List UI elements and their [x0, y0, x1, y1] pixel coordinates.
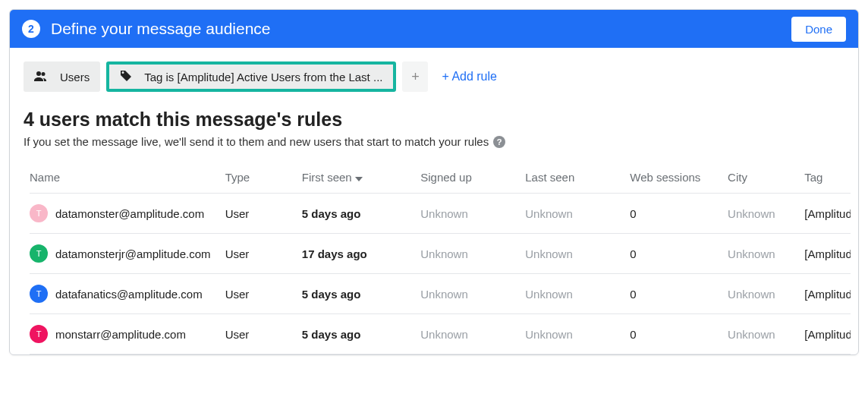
col-header-signed-up[interactable]: Signed up [420, 171, 525, 184]
avatar: T [30, 204, 48, 222]
avatar: T [30, 244, 48, 263]
cell-type: User [225, 247, 302, 260]
users-icon [34, 71, 54, 83]
cell-tag: [Amplitude [804, 247, 851, 260]
avatar: T [30, 325, 48, 343]
cell-tag: [Amplitude [804, 207, 851, 220]
match-subheading-text: If you set the message live, we'll send … [24, 135, 489, 148]
cell-city: Unknown [728, 288, 804, 301]
tag-chip[interactable]: Tag is [Amplitude] Active Users from the… [106, 61, 396, 92]
col-header-city[interactable]: City [728, 171, 804, 184]
help-icon[interactable]: ? [493, 136, 505, 148]
panel-title: Define your message audience [51, 20, 791, 38]
match-heading: 4 users match this message's rules [24, 109, 844, 131]
filter-row: Users Tag is [Amplitude] Active Users fr… [24, 61, 844, 92]
user-email: datafanatics@amplitude.com [55, 288, 203, 301]
add-rule-link[interactable]: + Add rule [442, 70, 497, 83]
add-chip-button[interactable]: + [402, 61, 428, 92]
match-subheading: If you set the message live, we'll send … [24, 135, 844, 148]
panel-body: Users Tag is [Amplitude] Active Users fr… [10, 48, 858, 354]
table-body: Tdatamonster@amplitude.comUser5 days ago… [30, 194, 851, 354]
cell-signed-up: Unknown [420, 288, 525, 301]
cell-web-sessions: 0 [630, 247, 728, 260]
cell-web-sessions: 0 [630, 288, 728, 301]
tag-chip-label: Tag is [Amplitude] Active Users from the… [144, 71, 382, 83]
add-rule-label: + Add rule [442, 70, 497, 83]
cell-signed-up: Unknown [420, 207, 525, 220]
cell-type: User [225, 288, 302, 301]
user-email: datamonster@amplitude.com [55, 207, 204, 220]
users-table: Name Type First seen Signed up Last seen… [30, 165, 851, 354]
user-email: monstarr@amplitude.com [55, 328, 186, 341]
cell-tag: [Amplitude [804, 288, 851, 301]
done-button[interactable]: Done [791, 17, 846, 42]
cell-first-seen: 5 days ago [302, 288, 420, 301]
chevron-down-icon [355, 171, 363, 184]
col-header-first-seen[interactable]: First seen [302, 171, 420, 184]
cell-signed-up: Unknown [420, 247, 525, 260]
avatar: T [30, 285, 48, 303]
step-badge: 2 [22, 20, 40, 38]
cell-last-seen: Unknown [525, 207, 630, 220]
col-header-tag[interactable]: Tag [804, 171, 851, 184]
cell-first-seen: 17 days ago [302, 247, 420, 260]
plus-icon: + [411, 69, 420, 85]
cell-first-seen: 5 days ago [302, 207, 420, 220]
table-row[interactable]: Tdatamonsterjr@amplitude.comUser17 days … [30, 234, 851, 274]
cell-web-sessions: 0 [630, 328, 728, 341]
cell-city: Unknown [728, 328, 804, 341]
cell-web-sessions: 0 [630, 207, 728, 220]
cell-signed-up: Unknown [420, 328, 525, 341]
table-row[interactable]: Tdatamonster@amplitude.comUser5 days ago… [30, 194, 851, 234]
col-header-type[interactable]: Type [225, 171, 302, 184]
tag-icon [120, 70, 138, 84]
panel-header: 2 Define your message audience Done [10, 10, 858, 48]
cell-city: Unknown [728, 247, 804, 260]
table-row[interactable]: Tmonstarr@amplitude.comUser5 days agoUnk… [30, 314, 851, 354]
users-chip[interactable]: Users [24, 61, 100, 92]
audience-panel: 2 Define your message audience Done User… [9, 9, 859, 355]
col-header-name[interactable]: Name [30, 171, 225, 184]
cell-tag: [Amplitude [804, 328, 851, 341]
cell-city: Unknown [728, 207, 804, 220]
users-chip-label: Users [60, 71, 90, 83]
cell-last-seen: Unknown [525, 288, 630, 301]
cell-last-seen: Unknown [525, 247, 630, 260]
cell-first-seen: 5 days ago [302, 328, 420, 341]
col-header-last-seen[interactable]: Last seen [525, 171, 630, 184]
table-header: Name Type First seen Signed up Last seen… [30, 165, 851, 194]
cell-type: User [225, 207, 302, 220]
col-header-first-seen-label: First seen [302, 171, 352, 184]
user-email: datamonsterjr@amplitude.com [55, 247, 210, 260]
table-row[interactable]: Tdatafanatics@amplitude.comUser5 days ag… [30, 274, 851, 314]
cell-last-seen: Unknown [525, 328, 630, 341]
cell-type: User [225, 328, 302, 341]
col-header-web-sessions[interactable]: Web sessions [630, 171, 728, 184]
